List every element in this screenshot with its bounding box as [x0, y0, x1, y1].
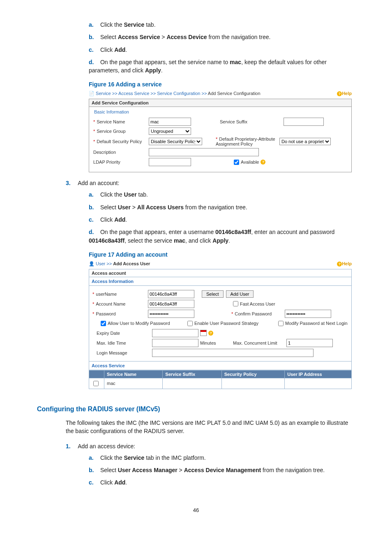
intro-paragraph: The following takes the IMC (the IMC ver…: [66, 419, 355, 436]
username-label: userName: [96, 292, 117, 297]
next-login-label: Modify Password at Next Login: [285, 321, 348, 326]
legend: Basic Information: [94, 109, 347, 114]
col-service-name: Service Name: [104, 370, 163, 378]
idle-label: Max. Idle Time: [92, 341, 152, 345]
basic-info-fieldset: Basic Information *Service Name Service …: [89, 107, 352, 172]
col-security-policy: Security Policy: [221, 370, 285, 378]
row-checkbox[interactable]: [93, 381, 99, 386]
service-group-label: Service Group: [97, 129, 125, 134]
description-input[interactable]: [149, 148, 259, 156]
user-icon: 👤: [89, 261, 95, 266]
marker: b.: [89, 33, 99, 41]
ldap-priority-label: LDAP Priority: [93, 160, 149, 165]
marker: a.: [89, 21, 99, 29]
marker: d.: [89, 58, 99, 66]
username-input[interactable]: [148, 290, 194, 298]
service-name-label: Service Name: [97, 119, 125, 124]
marker: c.: [89, 46, 99, 54]
substep-d: d. On the page that appears, set the ser…: [89, 58, 355, 75]
substep-3d: d. On the page that appears, enter a use…: [89, 228, 355, 245]
ldap-priority-input[interactable]: [149, 158, 191, 166]
substep-1a: a. Click the Service tab in the IMC plat…: [89, 454, 355, 462]
col-service-suffix: Service Suffix: [163, 370, 221, 378]
figure17-panel: 👤 User >> Add Access User ?Help Access a…: [89, 260, 352, 389]
service-name-input[interactable]: [149, 118, 191, 126]
substep-a: a. Click the Service tab.: [89, 21, 355, 29]
help-icon: ?: [337, 91, 342, 96]
service-suffix-input[interactable]: [284, 118, 324, 126]
help-icon[interactable]: ?: [261, 160, 265, 165]
figure17-caption: Figure 17 Adding an account: [89, 251, 355, 258]
confirm-password-input[interactable]: [285, 310, 331, 318]
security-policy-label: Default Security Policy: [97, 139, 142, 144]
password-label: Password: [96, 311, 115, 316]
password-input[interactable]: [148, 310, 194, 318]
fast-access-checkbox[interactable]: [233, 301, 238, 306]
breadcrumb: User >> Add Access User: [96, 261, 150, 266]
service-group-select[interactable]: Ungrouped: [149, 127, 191, 135]
security-policy-select[interactable]: Disable Security Policy: [149, 138, 202, 145]
section-heading-2: Access Service: [89, 362, 352, 370]
concurrent-label: Max. Concurrent Limit: [233, 341, 286, 345]
substep-c: c. Click Add.: [89, 46, 355, 54]
figure16-panel: 📄 Service >> Access Service >> Service C…: [89, 90, 352, 172]
help-link[interactable]: ?Help: [335, 91, 352, 96]
help-link[interactable]: ?Help: [335, 261, 352, 266]
minutes-label: Minutes: [200, 341, 233, 345]
add-user-button[interactable]: Add User: [226, 290, 254, 298]
page-number: 46: [37, 507, 355, 513]
marker: 3.: [66, 180, 76, 186]
breadcrumb: Service >> Access Service >> Service Con…: [96, 91, 261, 96]
page-icon: 📄: [89, 91, 95, 96]
available-checkbox[interactable]: [234, 160, 239, 165]
substep-3a: a. Click the User tab.: [89, 190, 355, 199]
account-input[interactable]: [148, 300, 194, 308]
confirm-password-label: Confirm Password: [235, 311, 272, 316]
account-label: Account Name: [96, 301, 125, 306]
substep-1b: b. Select User Access Manager > Access D…: [89, 466, 355, 474]
allow-modify-checkbox[interactable]: [101, 321, 106, 326]
service-table: Service Name Service Suffix Security Pol…: [89, 370, 352, 389]
table-row: mac: [89, 378, 352, 389]
login-msg-input[interactable]: [152, 349, 314, 357]
substep-3c: c. Click Add.: [89, 216, 355, 224]
substep-1c: c. Click Add.: [89, 478, 355, 487]
proprietary-attr-label: Default Proprietary-Attribute Assignment…: [216, 137, 275, 146]
concurrent-input[interactable]: [286, 339, 333, 347]
step-1: 1. Add an access device:: [66, 443, 355, 450]
login-msg-label: Login Message: [92, 350, 152, 355]
cell-service-name: mac: [104, 378, 163, 389]
strategy-checkbox[interactable]: [187, 321, 193, 326]
select-button[interactable]: Select: [202, 290, 224, 298]
fast-access-label: Fast Access User: [240, 301, 275, 306]
panel-title: Access account: [89, 269, 352, 277]
available-label: Available: [241, 160, 259, 165]
panel-title: Add Service Configuration: [89, 99, 352, 107]
heading-radius: Configuring the RADIUS server (IMCv5): [37, 406, 355, 413]
next-login-checkbox[interactable]: [278, 321, 284, 326]
expiry-input[interactable]: [152, 329, 198, 337]
help-icon: ?: [337, 262, 342, 266]
col-user-ip: User IP Address: [285, 370, 352, 378]
substep-b: b. Select Access Service > Access Device…: [89, 33, 355, 41]
allow-modify-label: Allow User to Modify Password: [108, 321, 186, 326]
expiry-label: Expiry Date: [92, 331, 152, 336]
step-3: 3. Add an account:: [66, 180, 355, 186]
proprietary-attr-select[interactable]: Do not use a proprietar: [279, 138, 331, 145]
help-icon[interactable]: ?: [208, 331, 213, 336]
service-suffix-label: Service Suffix: [220, 119, 284, 124]
strategy-label: Enable User Password Strategy: [194, 321, 277, 326]
description-label: Description: [93, 150, 149, 155]
idle-input[interactable]: [152, 339, 198, 347]
calendar-icon[interactable]: [200, 330, 207, 336]
section-heading: Access Information: [89, 277, 352, 286]
figure16-caption: Figure 16 Adding a service: [89, 81, 355, 88]
substep-3b: b. Select User > All Access Users from t…: [89, 203, 355, 211]
